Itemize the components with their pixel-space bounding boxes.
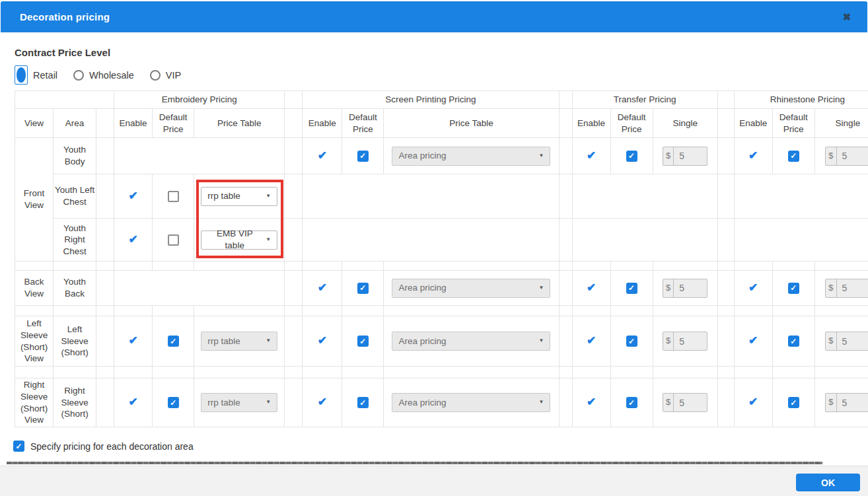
pricing-table: Embroidery Pricing Screen Printing Prici…	[15, 90, 868, 427]
dollar-sign: $	[826, 279, 836, 297]
modal-header: Decoration pricing ✖	[1, 1, 867, 32]
enable-checkmark-icon[interactable]: ✔	[748, 334, 758, 348]
default-price-checkbox[interactable]: ✓	[626, 151, 637, 162]
caret-down-icon: ▼	[539, 337, 544, 344]
single-price-field: $	[663, 393, 707, 412]
caret-down-icon: ▼	[539, 285, 544, 291]
col-header-view: View	[15, 109, 54, 138]
table-row: Back View Youth Back ✔ ✓ Area pricing▼ ✔…	[15, 271, 868, 306]
single-price-input[interactable]	[674, 279, 707, 297]
single-price-input[interactable]	[837, 279, 868, 297]
single-price-input[interactable]	[837, 332, 868, 350]
default-price-checkbox[interactable]: ✓	[357, 336, 369, 347]
group-header-screen-printing: Screen Printing Pricing	[303, 91, 559, 109]
default-price-checkbox[interactable]: ✓	[626, 397, 637, 408]
dollar-sign: $	[663, 332, 674, 350]
col-header-enable: Enable	[572, 109, 610, 138]
checkbox-check-icon: ✓	[359, 399, 366, 407]
view-cell: Left Sleeve (Short) View	[15, 316, 54, 367]
price-table-select[interactable]: Area pricing▼	[392, 332, 550, 351]
enable-checkmark-icon[interactable]: ✔	[748, 281, 758, 295]
modal-title: Decoration pricing	[20, 11, 110, 22]
col-header-price-table: Price Table	[194, 109, 285, 138]
col-header-area: Area	[54, 109, 96, 138]
dollar-sign: $	[663, 147, 674, 165]
single-price-field: $	[825, 393, 868, 412]
enable-checkmark-icon[interactable]: ✔	[129, 232, 138, 247]
default-price-checkbox[interactable]: ✓	[357, 151, 369, 162]
price-table-select[interactable]: Area pricing▼	[392, 393, 550, 412]
area-cell: Youth Back	[54, 271, 96, 306]
default-price-checkbox[interactable]: ✓	[357, 283, 369, 294]
area-cell: Youth Body	[54, 138, 96, 174]
checkbox-check-icon: ✓	[15, 443, 22, 450]
default-price-checkbox[interactable]: ✓	[788, 336, 799, 347]
specify-pricing-checkbox[interactable]: ✓	[13, 441, 24, 452]
single-price-field: $	[663, 279, 707, 298]
checkbox-check-icon: ✓	[359, 152, 366, 160]
default-price-checkbox[interactable]: ✓	[788, 397, 799, 408]
view-cell: Front View	[15, 138, 54, 262]
enable-checkmark-icon[interactable]: ✔	[748, 395, 758, 409]
price-table-select[interactable]: rrp table▼	[201, 393, 277, 412]
specify-pricing-checkbox-row[interactable]: ✓ Specify pricing for each decoration ar…	[13, 441, 194, 452]
default-price-checkbox[interactable]: ✓	[168, 336, 179, 347]
enable-checkmark-icon[interactable]: ✔	[129, 395, 138, 409]
checkbox-check-icon: ✓	[790, 399, 797, 407]
col-header-single: Single	[814, 109, 868, 138]
col-header-enable: Enable	[114, 109, 153, 138]
default-price-checkbox[interactable]	[168, 234, 179, 246]
single-price-input[interactable]	[674, 147, 707, 165]
caret-down-icon: ▼	[266, 399, 271, 406]
enable-checkmark-icon[interactable]: ✔	[318, 334, 327, 348]
dollar-sign: $	[663, 279, 674, 297]
enable-checkmark-icon[interactable]: ✔	[129, 189, 138, 203]
enable-checkmark-icon[interactable]: ✔	[587, 149, 596, 163]
enable-checkmark-icon[interactable]: ✔	[318, 149, 327, 163]
ok-button[interactable]: OK	[796, 474, 860, 491]
single-price-input[interactable]	[674, 394, 707, 411]
single-price-field: $	[825, 279, 868, 298]
enable-checkmark-icon[interactable]: ✔	[587, 334, 596, 348]
single-price-field: $	[663, 147, 707, 166]
default-price-checkbox[interactable]	[168, 191, 179, 202]
single-price-input[interactable]	[837, 394, 868, 411]
enable-checkmark-icon[interactable]: ✔	[587, 281, 596, 295]
default-price-checkbox[interactable]: ✓	[626, 336, 637, 347]
enable-checkmark-icon[interactable]: ✔	[748, 149, 758, 163]
col-header-default-price: Default Price	[342, 109, 384, 138]
default-price-checkbox[interactable]: ✓	[788, 151, 799, 162]
price-table-select[interactable]: rrp table▼	[201, 187, 277, 206]
col-header-price-table: Price Table	[384, 109, 559, 138]
single-price-input[interactable]	[674, 332, 707, 350]
radio-wholesale[interactable]: Wholesale	[73, 70, 134, 81]
enable-checkmark-icon[interactable]: ✔	[318, 281, 327, 295]
price-table-select[interactable]: rrp table▼	[201, 332, 277, 351]
enable-checkmark-icon[interactable]: ✔	[129, 334, 138, 348]
table-row: Front View Youth Body ✔ ✓ Area pricing▼ …	[15, 138, 868, 174]
radio-retail-label: Retail	[33, 70, 57, 81]
enable-checkmark-icon[interactable]: ✔	[318, 395, 327, 409]
single-price-field: $	[825, 147, 868, 166]
table-row: Right Sleeve (Short) View Right Sleeve (…	[15, 378, 868, 427]
price-table-select[interactable]: Area pricing▼	[392, 279, 550, 298]
radio-retail[interactable]: Retail	[15, 65, 57, 85]
checkbox-check-icon: ✓	[628, 284, 635, 292]
radio-unselected-icon	[150, 70, 161, 81]
single-price-input[interactable]	[837, 147, 868, 165]
price-table-select[interactable]: Area pricing▼	[392, 147, 550, 166]
group-header-rhinestone: Rhinestone Pricing	[734, 91, 868, 109]
col-header-default-price: Default Price	[610, 109, 653, 138]
default-price-checkbox[interactable]: ✓	[357, 397, 369, 408]
group-header-embroidery: Embroidery Pricing	[114, 91, 285, 109]
price-table-select[interactable]: EMB VIP table▼	[201, 230, 277, 250]
enable-checkmark-icon[interactable]: ✔	[587, 395, 596, 409]
col-header-default-price: Default Price	[153, 109, 194, 138]
single-price-field: $	[825, 332, 868, 351]
radio-vip[interactable]: VIP	[150, 70, 181, 81]
col-header-enable: Enable	[734, 109, 772, 138]
default-price-checkbox[interactable]: ✓	[788, 283, 799, 294]
close-icon[interactable]: ✖	[840, 10, 854, 24]
default-price-checkbox[interactable]: ✓	[168, 397, 179, 408]
default-price-checkbox[interactable]: ✓	[626, 283, 637, 294]
